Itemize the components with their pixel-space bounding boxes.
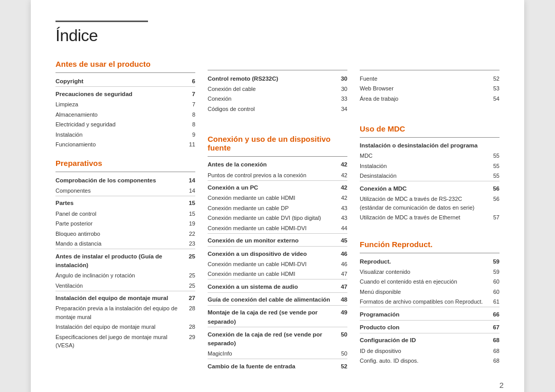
- toc-label: Cuando el contenido está en ejecución: [360, 277, 487, 287]
- toc-row: Limpieza 7: [55, 100, 195, 110]
- toc-page: 28: [183, 322, 195, 332]
- toc-page: 34: [335, 104, 347, 114]
- toc-page: 28: [183, 304, 195, 322]
- toc-page: 52: [335, 361, 347, 371]
- section-fuente-table: Fuente 52 Web Browser 53 Área de trabajo…: [360, 73, 499, 104]
- column-1: Antes de usar el producto Copyright 6 Pr…: [55, 60, 208, 381]
- toc-label: Programación: [360, 309, 487, 320]
- toc-label: Instalación: [55, 129, 183, 140]
- toc-row: Parte posterior 19: [55, 219, 195, 229]
- toc-page: 42: [335, 193, 347, 203]
- toc-page: 14: [183, 175, 195, 185]
- toc-row: Ventilación 25: [55, 281, 195, 291]
- toc-label: Web Browser: [360, 84, 487, 94]
- toc-row: Componentes 14: [55, 185, 195, 196]
- section-divider-2: [55, 172, 195, 172]
- spacer3: [360, 60, 499, 70]
- toc-row: Antes de la conexión 42: [208, 160, 347, 170]
- toc-page: 48: [335, 295, 347, 306]
- toc-page: 56: [487, 183, 499, 194]
- toc-label: MagicInfo: [208, 349, 335, 359]
- toc-label: Conexión de la caja de red (se vende por…: [208, 329, 335, 349]
- toc-page: 52: [487, 73, 499, 84]
- toc-page: 46: [335, 249, 347, 259]
- toc-row: Instalación 9: [55, 129, 195, 140]
- toc-row: Comprobación de los componentes 14: [55, 175, 195, 185]
- toc-label: Partes: [55, 198, 183, 209]
- section-antes-table: Copyright 6 Precauciones de seguridad 7 …: [55, 76, 195, 150]
- toc-row: Instalación o desinstalación del program…: [360, 141, 499, 151]
- toc-row: Conexión mediante un cable DP 43: [208, 203, 347, 213]
- toc-page: 68: [487, 335, 499, 346]
- toc-page: 42: [335, 183, 347, 193]
- toc-row: Ángulo de inclinación y rotación 25: [55, 271, 195, 281]
- toc-row: Utilización de MDC a través de RS-232C (…: [360, 194, 499, 213]
- toc-label: Códigos de control: [208, 104, 335, 114]
- toc-label: Menú disponible: [360, 287, 487, 297]
- title-bar: [55, 21, 148, 22]
- toc-label: Antes de instalar el producto (Guía de i…: [55, 251, 183, 271]
- toc-label: Bloqueo antirrobo: [55, 229, 183, 239]
- toc-row: Conexión mediante un cable DVI (tipo dig…: [208, 213, 347, 223]
- toc-row: Montaje de la caja de red (se vende por …: [208, 308, 347, 327]
- toc-row: Mando a distancia 23: [55, 239, 195, 249]
- toc-label: Configuración de ID: [360, 335, 487, 346]
- toc-row: Preparación previa a la instalación del …: [55, 304, 195, 322]
- spacer5: [360, 232, 499, 240]
- section-conexion-table: Antes de la conexión 42 Puntos de contro…: [208, 160, 347, 372]
- toc-label: Formatos de archivo compatibles con Repr…: [360, 297, 487, 307]
- toc-page: 55: [487, 171, 499, 181]
- toc-label: Conexión a un dispositivo de vídeo: [208, 249, 335, 259]
- toc-label: Almacenamiento: [55, 109, 183, 120]
- toc-label: Preparación previa a la instalación del …: [55, 304, 183, 322]
- toc-label: Puntos de control previos a la conexión: [208, 170, 335, 180]
- spacer: [208, 60, 347, 70]
- toc-row: Instalación 55: [360, 161, 499, 171]
- toc-label: Área de trabajo: [360, 94, 487, 104]
- toc-row: Conexión a un sistema de audio 47: [208, 282, 347, 292]
- toc-label: Cambio de la fuente de entrada: [208, 361, 335, 371]
- toc-label: Conexión mediante un cable HDMI: [208, 269, 335, 279]
- toc-page: 6: [183, 76, 195, 87]
- section-divider-4: [208, 156, 347, 157]
- toc-page: 68: [487, 356, 499, 366]
- toc-label: Panel de control: [55, 209, 183, 219]
- toc-row: Conexión de la caja de red (se vende por…: [208, 329, 347, 349]
- toc-row: MDC 55: [360, 151, 499, 161]
- section-preparativos-title: Preparativos: [55, 159, 195, 167]
- toc-label: Conexión mediante un cable HDMI-DVI: [208, 223, 335, 233]
- toc-row: Instalación del equipo de montaje mural …: [55, 322, 195, 332]
- toc-label: Conexión mediante un cable HDMI-DVI: [208, 259, 335, 269]
- section-reproduct-title: Función Reproduct.: [360, 240, 499, 249]
- section-mdc-table: Instalación o desinstalación del program…: [360, 141, 499, 223]
- toc-page: 44: [335, 223, 347, 233]
- toc-row: Copyright 6: [55, 76, 195, 87]
- toc-label: Conexión a un sistema de audio: [208, 282, 335, 292]
- toc-page: 25: [183, 271, 195, 281]
- columns: Antes de usar el producto Copyright 6 Pr…: [55, 60, 499, 381]
- toc-page: 30: [335, 73, 347, 84]
- toc-page: 15: [183, 209, 195, 219]
- toc-page: 15: [183, 198, 195, 209]
- toc-label: Conexión mediante un cable DP: [208, 203, 335, 213]
- page: Índice Antes de usar el producto Copyrig…: [31, 0, 524, 392]
- toc-row: Puntos de control previos a la conexión …: [208, 170, 347, 180]
- toc-row: Configuración de ID 68: [360, 335, 499, 346]
- toc-page: 66: [487, 309, 499, 320]
- toc-row: Menú disponible 60: [360, 287, 499, 297]
- section-preparativos-table: Comprobación de los componentes 14 Compo…: [55, 175, 195, 350]
- toc-label: Conexión mediante un cable HDMI: [208, 193, 335, 203]
- toc-page: 55: [487, 161, 499, 171]
- toc-label: Parte posterior: [55, 219, 183, 229]
- toc-page: 45: [335, 236, 347, 247]
- toc-page: 8: [183, 109, 195, 120]
- toc-row: Conexión del cable 30: [208, 84, 347, 94]
- toc-label: Utilización de MDC a través de Ethernet: [360, 213, 487, 223]
- toc-row: Fuente 52: [360, 73, 499, 84]
- toc-label: Comprobación de los componentes: [55, 175, 183, 185]
- toc-row: Instalación del equipo de montaje mural …: [55, 293, 195, 304]
- toc-page: 25: [183, 281, 195, 291]
- toc-row: Reproduct. 59: [360, 256, 499, 267]
- toc-row: Electricidad y seguridad 8: [55, 120, 195, 130]
- toc-row: Almacenamiento 8: [55, 109, 195, 120]
